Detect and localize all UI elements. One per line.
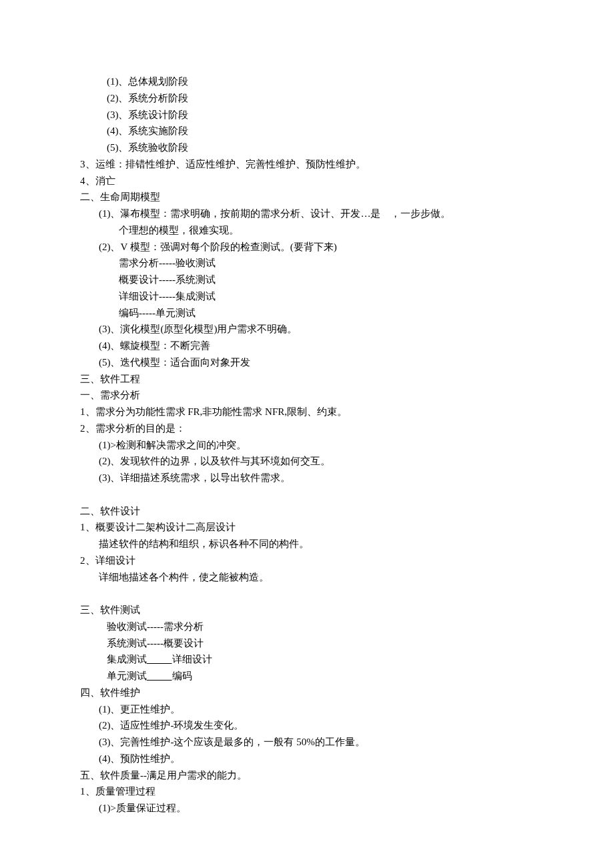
underline-blank [147, 671, 172, 681]
text-line: 需求分析-----验收测试 [80, 255, 534, 272]
text-line: 集成测试 详细设计 [80, 651, 534, 668]
text-line: 2、需求分析的目的是： [80, 420, 534, 437]
text-line: (4)、预防性维护。 [80, 751, 534, 767]
text-line: 二、生命周期模型 [80, 189, 534, 205]
text-line: (1)、总体规划阶段 [80, 73, 534, 90]
text-fragment: 单元测试 [107, 671, 147, 681]
text-line: (1)、瀑布模型：需求明确，按前期的需求分析、设计、开发…是 ，一步步做。 [80, 205, 534, 222]
text-line: 概要设计-----系统测试 [80, 272, 534, 288]
text-line: (4)、系统实施阶段 [80, 123, 534, 139]
text-line: 一、需求分析 [80, 387, 534, 404]
text-line: (3)、完善性维护-这个应该是最多的，一般有 50%的工作量。 [80, 734, 534, 751]
text-line: 三、软件工程 [80, 371, 534, 388]
text-line: 详细地描述各个构件，使之能被构造。 [80, 569, 534, 586]
document-content: (1)、总体规划阶段(2)、系统分析阶段(3)、系统设计阶段(4)、系统实施阶段… [80, 73, 534, 817]
text-fragment: 编码 [172, 671, 192, 681]
text-line: 三、软件测试 [80, 602, 534, 618]
text-line: (5)、迭代模型：适合面向对象开发 [80, 354, 534, 371]
underline-blank [147, 654, 172, 665]
text-line: (4)、螺旋模型：不断完善 [80, 338, 534, 354]
text-line: (1)>质量保证过程。 [80, 800, 534, 817]
text-line: (3)、详细描述系统需求，以导出软件需求。 [80, 470, 534, 486]
text-line [80, 486, 534, 503]
text-line: 1、质量管理过程 [80, 783, 534, 800]
text-line: 1、概要设计二架构设计二高层设计 [80, 519, 534, 536]
text-line: (1)、更正性维护。 [80, 701, 534, 718]
text-line: 验收测试-----需求分析 [80, 618, 534, 635]
text-line: 编码-----单元测试 [80, 305, 534, 322]
text-line: 个理想的模型，很难实现。 [80, 222, 534, 239]
text-line: (3)、系统设计阶段 [80, 107, 534, 123]
text-line: (2)、V 模型：强调对每个阶段的检查测试。(要背下来) [80, 239, 534, 256]
text-line: 3、运维：排错性维护、适应性维护、完善性维护、预防性维护。 [80, 156, 534, 173]
text-line: (2)、适应性维护-环境发生变化。 [80, 717, 534, 734]
text-line: 详细设计-----集成测试 [80, 288, 534, 305]
text-line: (5)、系统验收阶段 [80, 139, 534, 156]
text-line: 单元测试 编码 [80, 668, 534, 685]
text-line: 二、软件设计 [80, 503, 534, 520]
text-line: (2)、发现软件的边界，以及软件与其环境如何交互。 [80, 453, 534, 470]
text-fragment: 集成测试 [107, 654, 147, 665]
text-line [80, 585, 534, 602]
text-line: (1)>检测和解决需求之间的冲突。 [80, 437, 534, 454]
document-page: (1)、总体规划阶段(2)、系统分析阶段(3)、系统设计阶段(4)、系统实施阶段… [0, 0, 614, 868]
text-line: 4、消亡 [80, 173, 534, 189]
text-line: 1、需求分为功能性需求 FR,非功能性需求 NFR,限制、约束。 [80, 404, 534, 420]
text-line: (3)、演化模型(原型化模型)用户需求不明确。 [80, 321, 534, 338]
text-line: 系统测试-----概要设计 [80, 635, 534, 652]
text-line: (2)、系统分析阶段 [80, 90, 534, 107]
text-line: 五、软件质量--满足用户需求的能力。 [80, 767, 534, 784]
text-line: 2、详细设计 [80, 552, 534, 569]
text-line: 四、软件维护 [80, 685, 534, 701]
text-fragment: 详细设计 [172, 654, 212, 665]
text-line: 描述软件的结构和组织，标识各种不同的构件。 [80, 536, 534, 552]
